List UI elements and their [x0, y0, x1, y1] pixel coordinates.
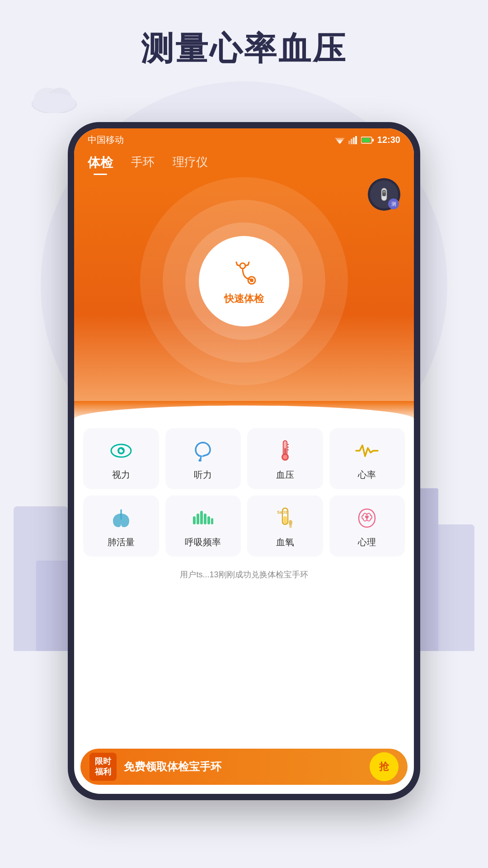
svg-point-21 — [250, 278, 253, 282]
svg-point-48 — [289, 524, 292, 528]
carrier-label: 中国移动 — [88, 134, 124, 146]
svg-marker-7 — [338, 142, 341, 144]
blood-oxygen-label: 血氧 — [276, 536, 294, 548]
cloud-decoration — [27, 81, 81, 115]
sao2-icon: SaO2 — [273, 506, 297, 530]
blood-pressure-label: 血压 — [276, 469, 294, 481]
thermometer-icon — [273, 439, 297, 462]
tab-therapy[interactable]: 理疗仪 — [173, 154, 208, 175]
breathing-label: 呼吸频率 — [185, 536, 221, 548]
svg-point-19 — [240, 263, 245, 269]
banner-tag-line1: 限时 — [95, 756, 111, 767]
banner-text: 免费领取体检宝手环 — [124, 760, 362, 774]
svg-rect-11 — [355, 136, 357, 144]
tab-physical[interactable]: 体检 — [88, 154, 113, 175]
svg-rect-10 — [353, 137, 355, 144]
time-label: 12:30 — [377, 135, 400, 145]
svg-point-29 — [122, 448, 123, 450]
hearing-label: 听力 — [194, 469, 212, 481]
promotion-banner[interactable]: 限时 福利 免费领取体检宝手环 抢 — [80, 749, 408, 785]
grid-item-blood-oxygen[interactable]: SaO2 血氧 — [247, 495, 323, 557]
svg-rect-14 — [362, 138, 370, 142]
tab-band[interactable]: 手环 — [131, 154, 155, 175]
svg-line-25 — [248, 262, 249, 265]
pulse-rings: 快速体检 — [199, 236, 289, 326]
page-title: 测量心率血压 — [0, 27, 488, 71]
brain-icon — [355, 506, 379, 530]
svg-point-30 — [199, 459, 202, 462]
notification-text: 用户ts...13刚刚成功兑换体检宝手环 — [180, 570, 308, 579]
signal-icon — [348, 136, 357, 144]
heartrate-icon — [355, 439, 379, 462]
svg-rect-9 — [351, 139, 352, 144]
grid-item-hearing[interactable]: 听力 — [165, 428, 241, 489]
svg-rect-17 — [383, 191, 385, 192]
orange-section: 快速体检 — [74, 184, 414, 401]
status-bar: 中国移动 — [74, 128, 414, 150]
svg-rect-43 — [207, 516, 210, 524]
device-badge-label: 测 — [388, 198, 399, 209]
psychology-label: 心理 — [358, 536, 376, 548]
svg-rect-44 — [211, 518, 213, 524]
svg-rect-41 — [200, 511, 203, 524]
device-badge-inner: 测 — [370, 180, 398, 208]
breathing-icon — [191, 506, 215, 530]
ear-icon — [191, 439, 215, 462]
grid-item-psychology[interactable]: 心理 — [329, 495, 405, 557]
svg-rect-18 — [383, 192, 385, 193]
center-button[interactable]: 快速体检 — [199, 236, 289, 326]
grid-section: 视力 听力 — [74, 424, 414, 595]
svg-rect-39 — [193, 516, 196, 524]
banner-tag-line2: 福利 — [95, 767, 111, 777]
wifi-icon — [335, 136, 345, 144]
building-left-2 — [36, 561, 72, 651]
lung-label: 肺活量 — [108, 536, 135, 548]
banner-tag: 限时 福利 — [89, 753, 117, 781]
battery-icon — [361, 137, 374, 144]
eye-icon — [109, 439, 133, 462]
phone-frame: 中国移动 — [68, 122, 420, 800]
grid-item-heart-rate[interactable]: 心率 — [329, 428, 405, 489]
grid-row-1: 视力 听力 — [83, 428, 405, 489]
notification-bar: 用户ts...13刚刚成功兑换体检宝手环 — [83, 563, 405, 586]
status-icons: 12:30 — [335, 135, 400, 145]
grid-item-vision[interactable]: 视力 — [83, 428, 159, 489]
svg-rect-42 — [204, 514, 206, 524]
svg-point-3 — [33, 93, 76, 113]
vision-label: 视力 — [112, 469, 130, 481]
grid-item-blood-pressure[interactable]: 血压 — [247, 428, 323, 489]
heart-rate-label: 心率 — [358, 469, 376, 481]
svg-rect-40 — [197, 514, 199, 524]
svg-rect-8 — [348, 141, 350, 144]
device-badge[interactable]: 测 — [368, 178, 400, 211]
center-button-label: 快速体检 — [224, 292, 264, 306]
svg-rect-13 — [372, 139, 374, 142]
grid-row-2: 肺活量 呼吸频率 — [83, 495, 405, 557]
wave-separator — [74, 401, 414, 424]
grid-item-lung[interactable]: 肺活量 — [83, 495, 159, 557]
svg-line-23 — [236, 262, 237, 265]
svg-text:SaO2: SaO2 — [277, 510, 287, 514]
phone-screen: 中国移动 — [74, 128, 414, 794]
stethoscope-icon — [228, 257, 260, 288]
grid-item-breathing[interactable]: 呼吸频率 — [165, 495, 241, 557]
svg-point-35 — [283, 455, 287, 459]
banner-grab-button[interactable]: 抢 — [370, 752, 399, 781]
svg-rect-46 — [283, 516, 287, 524]
lung-icon — [109, 506, 133, 530]
